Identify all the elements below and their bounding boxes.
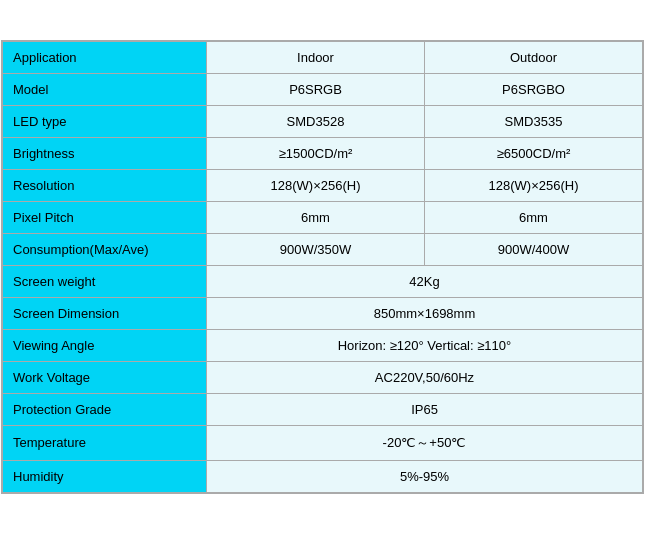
row-value-2: 128(W)×256(H) [425, 169, 643, 201]
row-label: LED type [3, 105, 207, 137]
row-value: 850mm×1698mm [207, 297, 643, 329]
row-label: Consumption(Max/Ave) [3, 233, 207, 265]
row-value: ≥1500CD/m² [207, 137, 425, 169]
header-label: Application [3, 41, 207, 73]
row-value-2: 6mm [425, 201, 643, 233]
row-value: SMD3528 [207, 105, 425, 137]
row-label: Protection Grade [3, 393, 207, 425]
row-value: AC220V,50/60Hz [207, 361, 643, 393]
table-row: Resolution128(W)×256(H)128(W)×256(H) [3, 169, 643, 201]
row-label: Brightness [3, 137, 207, 169]
row-label: Humidity [3, 460, 207, 492]
row-value-2: P6SRGBO [425, 73, 643, 105]
row-value-2: ≥6500CD/m² [425, 137, 643, 169]
table-row: Screen weight42Kg [3, 265, 643, 297]
spec-table-wrapper: Application Indoor Outdoor ModelP6SRGBP6… [1, 40, 644, 494]
spec-table: Application Indoor Outdoor ModelP6SRGBP6… [2, 41, 643, 493]
table-row: Protection GradeIP65 [3, 393, 643, 425]
table-row: Brightness≥1500CD/m²≥6500CD/m² [3, 137, 643, 169]
row-value: 42Kg [207, 265, 643, 297]
header-col2: Outdoor [425, 41, 643, 73]
row-value: 128(W)×256(H) [207, 169, 425, 201]
row-label: Resolution [3, 169, 207, 201]
table-row: LED typeSMD3528SMD3535 [3, 105, 643, 137]
row-label: Pixel Pitch [3, 201, 207, 233]
row-label: Viewing Angle [3, 329, 207, 361]
row-value-2: 900W/400W [425, 233, 643, 265]
header-col1: Indoor [207, 41, 425, 73]
row-value: Horizon: ≥120° Vertical: ≥110° [207, 329, 643, 361]
row-value: 5%-95% [207, 460, 643, 492]
row-label: Temperature [3, 425, 207, 460]
table-row: ModelP6SRGBP6SRGBO [3, 73, 643, 105]
row-label: Work Voltage [3, 361, 207, 393]
row-value: 900W/350W [207, 233, 425, 265]
table-row: Work VoltageAC220V,50/60Hz [3, 361, 643, 393]
row-label: Model [3, 73, 207, 105]
row-value: P6SRGB [207, 73, 425, 105]
table-header-row: Application Indoor Outdoor [3, 41, 643, 73]
row-value-2: SMD3535 [425, 105, 643, 137]
row-label: Screen weight [3, 265, 207, 297]
table-row: Consumption(Max/Ave)900W/350W900W/400W [3, 233, 643, 265]
row-label: Screen Dimension [3, 297, 207, 329]
row-value: 6mm [207, 201, 425, 233]
table-row: Viewing AngleHorizon: ≥120° Vertical: ≥1… [3, 329, 643, 361]
table-row: Humidity5%-95% [3, 460, 643, 492]
row-value: IP65 [207, 393, 643, 425]
row-value: -20℃～+50℃ [207, 425, 643, 460]
table-row: Temperature-20℃～+50℃ [3, 425, 643, 460]
table-row: Pixel Pitch6mm6mm [3, 201, 643, 233]
table-row: Screen Dimension850mm×1698mm [3, 297, 643, 329]
